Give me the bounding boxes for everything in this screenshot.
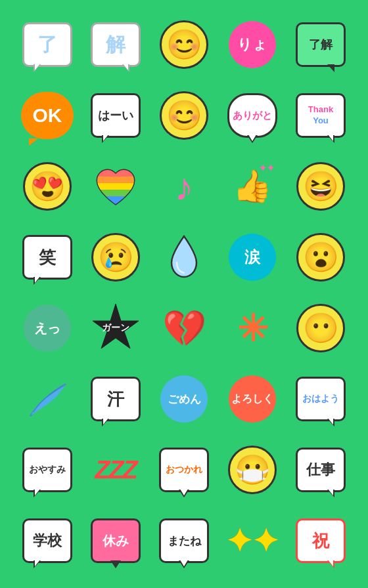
sticker-ohayou[interactable]: おはよう xyxy=(289,368,352,430)
etto-text: えっ xyxy=(34,320,60,337)
starburst-symbol: ✳ xyxy=(237,307,268,350)
sticker-grid: 了 解 😊 りょ 了解 OK は xyxy=(5,3,363,585)
sticker-ryo[interactable]: りょ xyxy=(221,13,284,76)
sticker-etto[interactable]: えっ xyxy=(16,297,79,360)
sticker-shocked[interactable]: 😮 xyxy=(289,226,352,289)
sticker-thankyou[interactable]: Thank You xyxy=(289,84,352,147)
mask-emoji: 😷 xyxy=(235,453,271,487)
sticker-ase[interactable]: 汗 xyxy=(84,368,147,430)
sticker-gaan[interactable]: ガーン xyxy=(84,297,147,360)
sticker-brokenheart[interactable]: 💔 xyxy=(152,297,216,360)
sticker-smile2[interactable]: 😊 xyxy=(152,84,216,147)
sticker-gomen[interactable]: ごめん xyxy=(152,368,216,430)
zzz-text: ZZZ xyxy=(95,456,137,484)
sticker-music[interactable]: ♪ xyxy=(152,155,216,218)
sticker-ryokai1[interactable]: 了 xyxy=(16,13,79,76)
shocked-emoji: 😮 xyxy=(303,240,339,274)
sticker-haai[interactable]: はーい xyxy=(84,84,147,147)
haai-text: はーい xyxy=(98,108,133,123)
arigato-text: ありがと xyxy=(233,110,272,122)
rainbow-heart-svg xyxy=(92,165,139,208)
sticker-sparkles[interactable]: ✦✦ xyxy=(221,509,284,572)
smile1-emoji: 😊 xyxy=(166,28,202,62)
sticker-namida[interactable]: 涙 xyxy=(221,226,284,289)
sticker-otsukaree[interactable]: おつかれ xyxy=(152,438,216,501)
sticker-laugh[interactable]: 😆 xyxy=(289,155,352,218)
oyasumi-text: おやすみ xyxy=(29,464,66,476)
sticker-sad[interactable]: 😢 xyxy=(84,226,147,289)
ryo-text: りょ xyxy=(237,35,267,54)
kai-text: 解 xyxy=(106,32,126,58)
broken-heart-emoji: 💔 xyxy=(162,308,206,349)
sticker-thumbsup[interactable]: ✦✦ 👍 xyxy=(221,155,284,218)
thankyou-line2: You xyxy=(313,116,329,127)
laugh-emoji: 😆 xyxy=(303,169,339,203)
sticker-feather[interactable] xyxy=(16,368,79,430)
sticker-kai[interactable]: 解 xyxy=(84,13,147,76)
neutral-emoji: 😶 xyxy=(303,311,339,345)
feather-svg xyxy=(24,379,70,419)
smile2-emoji: 😊 xyxy=(166,98,202,133)
svg-rect-2 xyxy=(96,183,135,190)
sticker-yasumi[interactable]: 休み xyxy=(84,509,147,572)
gomen-text: ごめん xyxy=(168,392,201,407)
sparkles-symbol: ✦✦ xyxy=(226,522,279,559)
sticker-starburst[interactable]: ✳ xyxy=(221,297,284,360)
shigoto-text: 仕事 xyxy=(306,460,335,480)
namida-text: 涙 xyxy=(244,247,260,268)
yoroshiku-text: よろしく xyxy=(231,392,273,405)
sticker-smiley-hearts[interactable]: 😍 xyxy=(16,155,79,218)
ase-text: 汗 xyxy=(107,388,124,411)
sticker-ryokai2[interactable]: 了解 xyxy=(289,13,352,76)
smiley-hearts-emoji: 😍 xyxy=(30,169,66,203)
ok-text: OK xyxy=(33,104,62,127)
gakkou-text: 学校 xyxy=(33,531,62,551)
sticker-arigato[interactable]: ありがと xyxy=(221,84,284,147)
svg-rect-1 xyxy=(96,177,135,183)
sticker-heart[interactable] xyxy=(84,155,147,218)
svg-rect-4 xyxy=(96,196,135,204)
sticker-oyasumi[interactable]: おやすみ xyxy=(16,438,79,501)
gaan-text: ガーン xyxy=(102,322,129,334)
sticker-iwai[interactable]: 祝 xyxy=(289,509,352,572)
ryokai1-text: 了 xyxy=(37,32,57,58)
sticker-gakkou[interactable]: 学校 xyxy=(16,509,79,572)
sad-emoji: 😢 xyxy=(98,240,134,274)
otsukaree-text: おつかれ xyxy=(166,464,202,476)
ryokai2-text: 了解 xyxy=(309,37,333,52)
music-note-symbol: ♪ xyxy=(175,165,194,209)
sparkles-small: ✦✦ xyxy=(259,163,275,173)
thankyou-line1: Thank xyxy=(308,104,333,116)
sticker-shigoto[interactable]: 仕事 xyxy=(289,438,352,501)
iwai-text: 祝 xyxy=(312,530,329,553)
sticker-neutral[interactable]: 😶 xyxy=(289,297,352,360)
sticker-ok[interactable]: OK xyxy=(16,84,79,147)
matane-text: またね xyxy=(168,534,201,549)
water-drop-svg xyxy=(168,234,200,281)
sticker-wara[interactable]: 笑 xyxy=(16,226,79,289)
sticker-zzz[interactable]: ZZZ xyxy=(84,438,147,501)
sticker-drop[interactable] xyxy=(152,226,216,289)
thumbs-emoji: 👍 xyxy=(233,168,272,205)
wara-text: 笑 xyxy=(39,246,56,269)
yasumi-text: 休み xyxy=(103,532,129,550)
ohayou-text: おはよう xyxy=(302,393,339,405)
sticker-yoroshiku[interactable]: よろしく xyxy=(221,368,284,430)
sticker-mask[interactable]: 😷 xyxy=(221,438,284,501)
sticker-matane[interactable]: またね xyxy=(152,509,216,572)
sticker-smile1[interactable]: 😊 xyxy=(152,13,216,76)
